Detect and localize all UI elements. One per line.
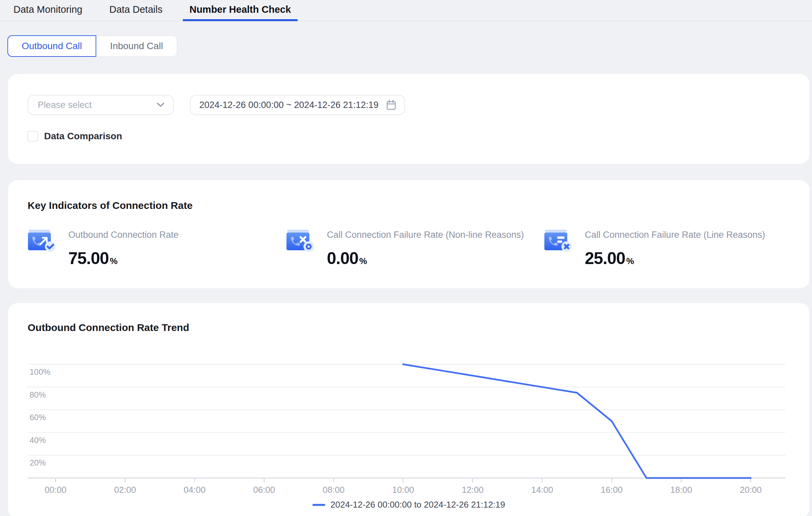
kpi-outbound-connection-rate: Outbound Connection Rate 75.00 %	[28, 230, 178, 268]
svg-text:14:00: 14:00	[531, 485, 553, 495]
kpi-unit: %	[110, 256, 117, 266]
svg-text:00:00: 00:00	[45, 485, 66, 495]
tab-number-health-check[interactable]: Number Health Check	[183, 0, 298, 21]
call-failure-line-icon	[544, 230, 573, 268]
key-indicators-title: Key Indicators of Connection Rate	[28, 200, 193, 211]
kpi-label: Outbound Connection Rate	[68, 230, 178, 240]
page: Data Monitoring Data Details Number Heal…	[0, 0, 812, 516]
svg-text:16:00: 16:00	[601, 485, 622, 495]
svg-text:20:00: 20:00	[740, 485, 761, 495]
kpi-unit: %	[359, 256, 367, 266]
outbound-connection-success-icon	[28, 230, 57, 268]
svg-text:12:00: 12:00	[462, 485, 484, 495]
date-range-input[interactable]: 2024-12-26 00:00:00 ~ 2024-12-26 21:12:1…	[190, 95, 405, 115]
kpi-value: 0.00	[327, 249, 358, 268]
svg-text:80%: 80%	[30, 390, 46, 399]
tab-bar: Data Monitoring Data Details Number Heal…	[0, 0, 812, 21]
trend-card: Outbound Connection Rate Trend 100%80%60…	[8, 303, 809, 516]
call-failure-non-line-icon	[287, 230, 315, 268]
tab-data-details[interactable]: Data Details	[103, 0, 169, 21]
trend-title: Outbound Connection Rate Trend	[28, 322, 189, 333]
kpi-failure-line: Call Connection Failure Rate (Line Reaso…	[544, 230, 765, 268]
svg-text:60%: 60%	[30, 413, 46, 422]
select-placeholder: Please select	[38, 100, 92, 110]
tab-data-monitoring[interactable]: Data Monitoring	[7, 0, 89, 21]
data-comparison-row: Data Comparison	[27, 131, 122, 142]
inbound-call-button[interactable]: Inbound Call	[96, 35, 177, 57]
svg-text:04:00: 04:00	[183, 485, 205, 495]
kpi-value: 75.00	[68, 249, 109, 268]
legend-line-marker	[312, 504, 325, 506]
key-indicators-card: Key Indicators of Connection Rate Outbou…	[8, 180, 809, 288]
data-comparison-label: Data Comparison	[44, 131, 122, 142]
trend-chart: 100%80%60%40%20%00:0002:0004:0006:0008:0…	[8, 353, 809, 501]
svg-text:06:00: 06:00	[253, 485, 275, 495]
svg-text:08:00: 08:00	[322, 485, 344, 495]
filter-card: Please select 2024-12-26 00:00:00 ~ 2024…	[8, 74, 809, 164]
trend-legend[interactable]: 2024-12-26 00:00:00 to 2024-12-26 21:12:…	[8, 499, 809, 510]
number-select[interactable]: Please select	[28, 95, 174, 115]
kpi-unit: %	[626, 256, 634, 266]
svg-text:18:00: 18:00	[670, 485, 692, 495]
call-direction-toggle: Outbound Call Inbound Call	[7, 35, 177, 57]
kpi-label: Call Connection Failure Rate (Line Reaso…	[585, 230, 765, 240]
kpi-label: Call Connection Failure Rate (Non-line R…	[327, 230, 524, 240]
svg-text:40%: 40%	[30, 435, 46, 445]
chevron-down-icon	[157, 102, 164, 107]
legend-label: 2024-12-26 00:00:00 to 2024-12-26 21:12:…	[330, 499, 505, 510]
svg-text:10:00: 10:00	[392, 485, 414, 495]
calendar-icon	[386, 99, 396, 110]
svg-text:100%: 100%	[30, 367, 50, 376]
svg-text:02:00: 02:00	[114, 485, 136, 495]
data-comparison-checkbox[interactable]	[27, 131, 38, 142]
outbound-call-button[interactable]: Outbound Call	[7, 35, 96, 57]
svg-text:20%: 20%	[30, 458, 46, 467]
kpi-value: 25.00	[585, 249, 625, 268]
kpi-failure-non-line: Call Connection Failure Rate (Non-line R…	[287, 230, 524, 268]
date-range-value: 2024-12-26 00:00:00 ~ 2024-12-26 21:12:1…	[199, 100, 378, 110]
